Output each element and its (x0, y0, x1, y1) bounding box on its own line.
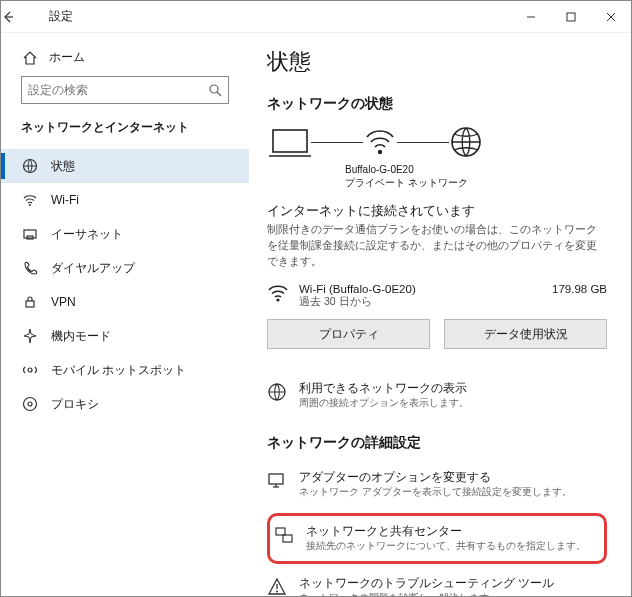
ethernet-icon (21, 226, 39, 242)
nav-label: イーサネット (51, 226, 123, 243)
router-icon (363, 127, 397, 157)
sidebar: ホーム ネットワークとインターネット 状態 Wi-Fi (1, 33, 249, 596)
nav-item-dialup[interactable]: ダイヤルアップ (1, 251, 249, 285)
svg-rect-20 (269, 474, 283, 484)
settings-window: 設定 ホーム (0, 0, 632, 597)
hotspot-icon (21, 362, 39, 378)
nav-label: 機内モード (51, 328, 111, 345)
svg-point-26 (276, 591, 278, 593)
properties-button[interactable]: プロパティ (267, 319, 430, 349)
nav-item-hotspot[interactable]: モバイル ホットスポット (1, 353, 249, 387)
svg-point-11 (28, 368, 32, 372)
nav-label: プロキシ (51, 396, 99, 413)
wifi-sub: 過去 30 日から (299, 295, 542, 309)
adapter-icon (267, 470, 287, 491)
svg-point-18 (276, 299, 279, 302)
svg-rect-24 (283, 535, 292, 542)
sharing-icon (274, 524, 294, 545)
svg-rect-1 (567, 13, 575, 21)
svg-point-12 (24, 398, 37, 411)
link-sub: 接続先のネットワークについて、共有するものを指定します。 (306, 539, 586, 553)
status-icon (21, 158, 39, 174)
home-icon (21, 50, 39, 66)
network-type: プライベート ネットワーク (345, 176, 607, 189)
nav-item-wifi[interactable]: Wi-Fi (1, 183, 249, 217)
search-icon (205, 80, 225, 100)
minimize-button[interactable] (511, 1, 551, 33)
link-title: ネットワークのトラブルシューティング ツール (299, 576, 554, 591)
pc-icon (269, 126, 311, 158)
data-usage-button[interactable]: データ使用状況 (444, 319, 607, 349)
content-area: 状態 ネットワークの状態 Buffalo- (249, 33, 631, 596)
wifi-usage: 179.98 GB (552, 283, 607, 295)
svg-point-13 (28, 402, 32, 406)
status-heading: ネットワークの状態 (267, 95, 607, 113)
nav-label: Wi-Fi (51, 193, 79, 207)
change-adapter-options[interactable]: アダプターのオプションを変更する ネットワーク アダプターを表示して接続設定を変… (267, 464, 607, 511)
close-icon (606, 12, 616, 22)
svg-rect-8 (24, 230, 36, 238)
window-controls (511, 1, 631, 33)
link-title: ネットワークと共有センター (306, 524, 586, 539)
svg-point-16 (378, 150, 382, 154)
wifi-usage-row: Wi-Fi (Buffalo-G-0E20) 過去 30 日から 179.98 … (267, 283, 607, 309)
link-title: アダプターのオプションを変更する (299, 470, 572, 485)
home-link[interactable]: ホーム (1, 43, 249, 76)
nav-item-status[interactable]: 状態 (1, 149, 249, 183)
globe-icon (267, 381, 287, 402)
nav-label: VPN (51, 295, 76, 309)
minimize-icon (526, 12, 536, 22)
search-box[interactable] (21, 76, 229, 104)
highlight-sharing-center: ネットワークと共有センター 接続先のネットワークについて、共有するものを指定しま… (267, 513, 607, 564)
search-input[interactable] (21, 76, 229, 104)
svg-rect-23 (276, 528, 285, 535)
maximize-button[interactable] (551, 1, 591, 33)
link-sub: ネットワーク アダプターを表示して接続設定を変更します。 (299, 485, 572, 499)
network-sharing-center[interactable]: ネットワークと共有センター 接続先のネットワークについて、共有するものを指定しま… (274, 522, 596, 555)
svg-point-4 (210, 85, 218, 93)
network-name: Buffalo-G-0E20 (345, 163, 607, 176)
show-available-networks[interactable]: 利用できるネットワークの表示 周囲の接続オプションを表示します。 (267, 375, 607, 422)
nav-label: モバイル ホットスポット (51, 362, 186, 379)
wifi-name: Wi-Fi (Buffalo-G-0E20) (299, 283, 542, 295)
nav-item-airplane[interactable]: 機内モード (1, 319, 249, 353)
globe-icon (449, 125, 483, 159)
nav-item-ethernet[interactable]: イーサネット (1, 217, 249, 251)
svg-line-5 (217, 92, 221, 96)
back-button[interactable] (1, 10, 41, 24)
nav-item-vpn[interactable]: VPN (1, 285, 249, 319)
nav-label: ダイヤルアップ (51, 260, 135, 277)
advanced-heading: ネットワークの詳細設定 (267, 434, 607, 452)
svg-point-7 (29, 204, 31, 206)
network-troubleshooter[interactable]: ネットワークのトラブルシューティング ツール ネットワークの問題を診断し、解決し… (267, 570, 607, 596)
airplane-icon (21, 328, 39, 344)
proxy-icon (21, 396, 39, 412)
connected-desc: 制限付きのデータ通信プランをお使いの場合は、このネットワークを従量制課金接続に設… (267, 222, 607, 269)
home-label: ホーム (49, 49, 85, 66)
svg-rect-10 (26, 301, 34, 307)
svg-rect-14 (273, 130, 307, 152)
window-title: 設定 (41, 8, 511, 25)
connection-info: インターネットに接続されています 制限付きのデータ通信プランをお使いの場合は、こ… (267, 203, 607, 269)
vpn-icon (21, 294, 39, 310)
link-sub: ネットワークの問題を診断し、解決します。 (299, 591, 554, 596)
wifi-signal-icon (267, 283, 289, 303)
link-title: 利用できるネットワークの表示 (299, 381, 469, 396)
nav-item-proxy[interactable]: プロキシ (1, 387, 249, 421)
link-sub: 周囲の接続オプションを表示します。 (299, 396, 469, 410)
nav-label: 状態 (51, 158, 75, 175)
page-title: 状態 (267, 47, 607, 77)
network-diagram (267, 125, 607, 159)
maximize-icon (566, 12, 576, 22)
close-button[interactable] (591, 1, 631, 33)
category-label: ネットワークとインターネット (1, 118, 249, 149)
dialup-icon (21, 260, 39, 276)
connected-title: インターネットに接続されています (267, 203, 607, 220)
wifi-icon (21, 192, 39, 208)
arrow-left-icon (1, 10, 15, 24)
troubleshoot-icon (267, 576, 287, 596)
titlebar: 設定 (1, 1, 631, 33)
